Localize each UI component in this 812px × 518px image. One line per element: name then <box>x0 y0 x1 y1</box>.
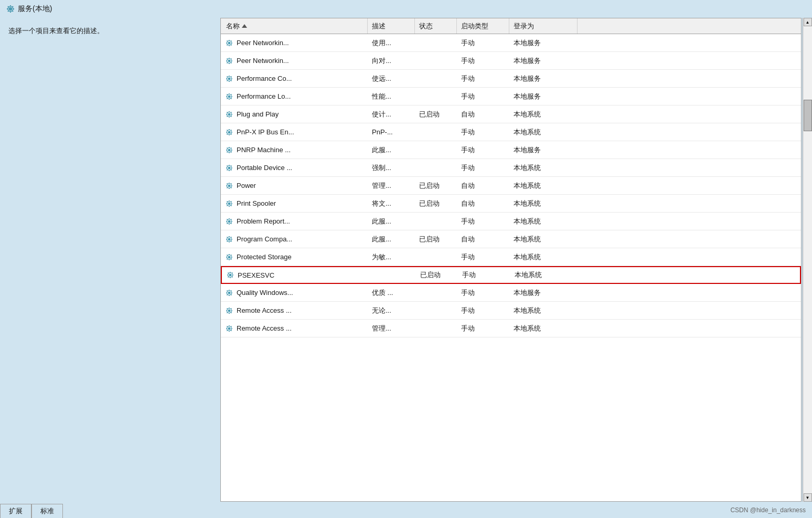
table-row[interactable]: PNRP Machine ...此服...手动本地服务 <box>221 141 801 159</box>
service-login-cell: 本地服务 <box>509 141 578 158</box>
service-desc-cell: 此服... <box>368 213 415 230</box>
service-desc-cell: 使用... <box>368 34 415 51</box>
service-desc-cell: 向对... <box>368 52 415 69</box>
service-gear-icon <box>225 182 233 190</box>
svg-point-14 <box>228 149 231 151</box>
table-header: 名称 描述 状态 启动类型 登录为 <box>221 18 801 34</box>
service-desc-cell: PnP-... <box>368 123 415 141</box>
table-row[interactable]: Power管理...已启动自动本地系统 <box>221 177 801 195</box>
col-name: 名称 <box>221 18 368 34</box>
table-row[interactable]: Performance Lo...性能...手动本地服务 <box>221 88 801 105</box>
scroll-down-button[interactable]: ▼ <box>804 493 812 502</box>
table-row[interactable]: Protected Storage为敏...手动本地系统 <box>221 248 801 266</box>
tab-standard[interactable]: 标准 <box>31 504 63 518</box>
service-name-cell: Protected Storage <box>221 248 368 266</box>
service-status-cell <box>415 248 457 266</box>
scrollbar-thumb[interactable] <box>804 100 812 131</box>
service-startup-cell: 手动 <box>457 34 509 51</box>
service-startup-cell: 自动 <box>457 195 509 212</box>
table-row[interactable]: Problem Report...此服...手动本地系统 <box>221 213 801 230</box>
table-row[interactable]: PSEXESVC已启动手动本地系统 <box>221 266 801 284</box>
service-gear-icon <box>225 324 233 333</box>
table-body[interactable]: Peer Networkin...使用...手动本地服务 Peer Networ… <box>221 34 801 501</box>
service-gear-icon <box>225 235 233 244</box>
service-startup-cell: 手动 <box>457 248 509 266</box>
service-login-cell: 本地系统 <box>509 248 578 266</box>
window-title: 服务(本地) <box>18 4 52 14</box>
bottom-tabs: 扩展 标准 <box>0 502 812 518</box>
service-name-cell: Peer Networkin... <box>221 34 368 51</box>
service-table: 名称 描述 状态 启动类型 登录为 <box>220 18 802 502</box>
service-name-cell: Quality Windows... <box>221 284 368 301</box>
service-gear-icon <box>225 164 233 172</box>
service-name-cell: Power <box>221 177 368 194</box>
service-gear-icon <box>225 253 233 261</box>
service-login-cell: 本地系统 <box>509 213 578 230</box>
service-desc-cell: 优质 ... <box>368 284 415 301</box>
service-gear-icon <box>225 289 233 297</box>
service-status-cell: 已启动 <box>415 105 457 123</box>
table-row[interactable]: PnP-X IP Bus En...PnP-...手动本地系统 <box>221 123 801 141</box>
svg-point-30 <box>228 291 231 294</box>
service-gear-icon <box>225 199 233 208</box>
service-login-cell: 本地系统 <box>509 230 578 248</box>
service-desc-cell <box>369 267 416 283</box>
service-login-cell: 本地系统 <box>509 159 578 176</box>
service-login-cell: 本地系统 <box>509 320 578 337</box>
service-gear-icon <box>225 92 233 101</box>
tab-expand[interactable]: 扩展 <box>0 504 31 518</box>
service-name-cell: Problem Report... <box>221 213 368 230</box>
service-gear-icon <box>225 75 233 83</box>
watermark: CSDN @hide_in_darkness <box>730 506 806 514</box>
table-row[interactable]: Performance Co...使远...手动本地服务 <box>221 70 801 88</box>
table-row[interactable]: Peer Networkin...使用...手动本地服务 <box>221 34 801 52</box>
service-status-cell <box>415 52 457 69</box>
service-startup-cell: 手动 <box>457 141 509 158</box>
col-status: 状态 <box>415 18 457 34</box>
table-row[interactable]: Program Compa...此服...已启动自动本地系统 <box>221 230 801 248</box>
service-name-cell: Remote Access ... <box>221 320 368 337</box>
hint-text: 选择一个项目来查看它的描述。 <box>8 27 104 35</box>
service-login-cell: 本地服务 <box>509 88 578 105</box>
left-panel: 选择一个项目来查看它的描述。 <box>0 18 220 502</box>
service-gear-icon <box>225 128 233 136</box>
table-row[interactable]: Quality Windows...优质 ...手动本地服务 <box>221 284 801 302</box>
table-row[interactable]: Peer Networkin...向对...手动本地服务 <box>221 52 801 70</box>
scroll-up-button[interactable]: ▲ <box>804 18 812 26</box>
table-row[interactable]: Print Spooler将文...已启动自动本地系统 <box>221 195 801 213</box>
service-status-cell <box>415 34 457 51</box>
svg-point-32 <box>228 309 231 312</box>
table-row[interactable]: Plug and Play使计...已启动自动本地系统 <box>221 105 801 123</box>
service-desc-cell: 为敏... <box>368 248 415 266</box>
service-name-cell: PNRP Machine ... <box>221 141 368 158</box>
svg-point-16 <box>228 166 231 169</box>
service-startup-cell: 手动 <box>457 302 509 319</box>
service-name-cell: PSEXESVC <box>222 267 369 283</box>
svg-point-26 <box>228 256 231 258</box>
service-startup-cell: 手动 <box>457 123 509 141</box>
vertical-scrollbar[interactable]: ▲ ▼ <box>803 18 812 502</box>
service-desc-cell: 使远... <box>368 70 415 87</box>
table-row[interactable]: Remote Access ...管理...手动本地系统 <box>221 320 801 337</box>
svg-point-24 <box>228 238 231 240</box>
service-startup-cell: 手动 <box>457 320 509 337</box>
service-name-cell: Performance Co... <box>221 70 368 87</box>
service-startup-cell: 手动 <box>457 52 509 69</box>
service-desc-cell: 管理... <box>368 320 415 337</box>
service-name-cell: Print Spooler <box>221 195 368 212</box>
service-name-cell: Plug and Play <box>221 105 368 123</box>
service-desc-cell: 性能... <box>368 88 415 105</box>
service-startup-cell: 手动 <box>458 267 510 283</box>
table-row[interactable]: Remote Access ...无论...手动本地系统 <box>221 302 801 320</box>
service-desc-cell: 管理... <box>368 177 415 194</box>
col-startup: 启动类型 <box>457 18 509 34</box>
service-login-cell: 本地系统 <box>509 177 578 194</box>
title-bar: 服务(本地) <box>0 0 812 18</box>
service-login-cell: 本地系统 <box>509 105 578 123</box>
service-status-cell <box>415 284 457 301</box>
service-status-cell <box>415 141 457 158</box>
service-desc-cell: 此服... <box>368 141 415 158</box>
service-startup-cell: 手动 <box>457 213 509 230</box>
service-startup-cell: 手动 <box>457 70 509 87</box>
table-row[interactable]: Portable Device ...强制...手动本地系统 <box>221 159 801 177</box>
